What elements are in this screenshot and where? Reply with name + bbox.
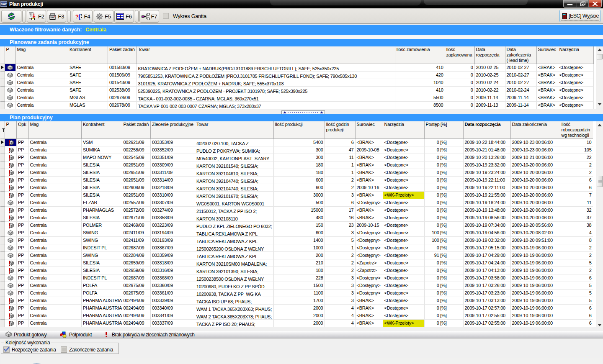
svg-text:{: { bbox=[78, 13, 81, 20]
